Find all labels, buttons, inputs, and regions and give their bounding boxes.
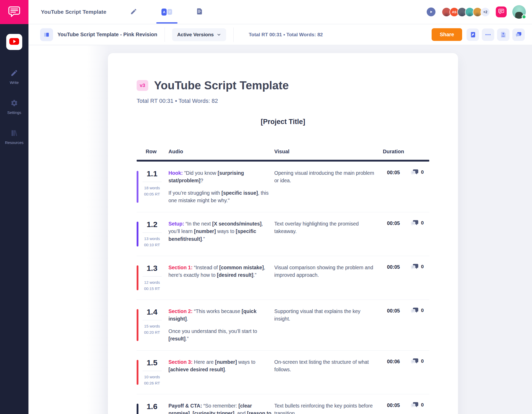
audio-cell[interactable]: Section 3: Here are [number] ways to [ac… — [168, 358, 271, 386]
row-number-cell: 1.4 15 words 00:20 RT — [137, 308, 166, 343]
audio-text: . — [187, 316, 188, 322]
play-button[interactable] — [427, 8, 435, 16]
comments-cell[interactable]: 0 — [411, 402, 429, 414]
audio-text: If you’re struggling with — [168, 190, 221, 196]
sidebar: Write Settings Resources — [0, 0, 28, 414]
totals-summary: Total RT 00:31 • Total Words: 82 — [249, 32, 323, 38]
tab-document[interactable] — [196, 0, 203, 24]
sidebar-item-label: Settings — [7, 110, 21, 115]
document-toolbar: YouTube Script Template - Pink Revision … — [28, 24, 532, 45]
comments-cell[interactable]: 0 — [411, 358, 429, 386]
row-word-count: 10 words — [138, 374, 166, 380]
divider — [165, 27, 165, 42]
sidebar-item-settings[interactable]: Settings — [7, 99, 21, 115]
row-number: 1.6 — [138, 402, 166, 411]
beat-label: Section 2: — [168, 308, 194, 314]
visual-cell[interactable]: Text overlay highlighting the promised t… — [274, 220, 376, 248]
duration-cell: 00:05 — [379, 402, 408, 414]
toolbar-actions: Share PDF — [432, 28, 525, 41]
app-logo[interactable] — [0, 0, 28, 24]
comments-cell[interactable]: 0 — [411, 220, 429, 248]
comment-bubbles-icon — [411, 307, 418, 314]
row-number: 1.1 — [138, 169, 166, 178]
script-row[interactable]: 1.5 10 words 00:26 RT Section 3: Here ar… — [137, 351, 429, 394]
comments-cell[interactable]: 0 — [411, 264, 429, 292]
audio-text: . — [225, 367, 226, 372]
audio-cell[interactable]: Hook: "Did you know [surprising stat/pro… — [168, 169, 271, 204]
visual-cell[interactable]: On-screen text listing the structure of … — [274, 358, 376, 386]
more-options-button[interactable] — [482, 28, 494, 41]
board-view-button[interactable] — [40, 28, 53, 41]
audio-text: ways to — [216, 228, 236, 234]
row-word-count: 13 words — [138, 236, 166, 242]
avatar-overflow-badge[interactable]: +2 — [481, 7, 490, 17]
script-title-row: v3 YouTube Script Template — [137, 79, 429, 92]
feedback-button[interactable] — [496, 6, 507, 17]
sidebar-item-write[interactable]: Write — [10, 69, 19, 85]
script-row[interactable]: 1.4 15 words 00:20 RT Section 2: “This w… — [137, 300, 429, 351]
comment-count: 0 — [421, 264, 424, 270]
visual-cell[interactable]: Opening visual introducing the main prob… — [274, 169, 376, 204]
row-runtime: 00:05 RT — [138, 191, 166, 197]
tab-edit[interactable] — [130, 0, 137, 24]
audio-paragraph: Payoff & CTA: “So remember: [clear promi… — [168, 402, 271, 414]
comments-panel-button[interactable] — [512, 28, 525, 41]
sidebar-item-label: Write — [10, 80, 19, 85]
avatar-stack: AS+2 — [442, 7, 490, 17]
tab-av-script[interactable]: AV — [161, 0, 172, 24]
notes-button[interactable] — [467, 28, 479, 41]
audio-cell[interactable]: Payoff & CTA: “So remember: [clear promi… — [168, 402, 271, 414]
audio-cell[interactable]: Section 2: “This works because [quick in… — [168, 308, 271, 343]
row-number-cell: 1.1 18 words 00:05 RT — [137, 169, 166, 204]
comment-bubbles-icon — [411, 169, 418, 176]
duration-cell: 00:05 — [379, 264, 408, 292]
audio-text: “Instead of — [194, 265, 219, 270]
visual-cell[interactable]: Visual comparison showing the problem an… — [274, 264, 376, 292]
column-header-audio: Audio — [168, 149, 271, 155]
audio-cell[interactable]: Setup: “In the next [X seconds/minutes],… — [168, 220, 271, 248]
audio-paragraph: Section 1: “Instead of [common mistake],… — [168, 264, 271, 279]
script-row[interactable]: 1.2 13 words 00:10 RT Setup: “In the nex… — [137, 212, 429, 256]
audio-placeholder-text: [curiosity trigger] — [193, 410, 234, 414]
comment-bubbles-icon — [411, 358, 418, 365]
audio-placeholder-text: [specific issue] — [221, 190, 258, 196]
pencil-icon — [130, 8, 137, 16]
row-accent-bar — [137, 360, 138, 385]
active-versions-dropdown[interactable]: Active Versions — [172, 28, 226, 41]
divider — [233, 27, 234, 42]
page-title: YouTube Script Template — [41, 9, 106, 15]
share-button[interactable]: Share — [432, 28, 462, 41]
column-header-row: Row — [137, 149, 166, 155]
sidebar-item-resources[interactable]: Resources — [5, 129, 24, 145]
comments-cell[interactable]: 0 — [411, 169, 429, 204]
script-totals: Total RT 00:31 • Total Words: 82 — [137, 98, 429, 104]
table-header-rule — [137, 160, 429, 162]
row-word-count: 15 words — [138, 323, 166, 329]
visual-cell[interactable]: Text bullets reinforcing the key points … — [274, 402, 376, 414]
audio-cell[interactable]: Section 1: “Instead of [common mistake],… — [168, 264, 271, 292]
profile-avatar[interactable] — [512, 5, 526, 19]
duration-cell: 00:05 — [379, 169, 408, 204]
play-icon — [429, 10, 433, 14]
script-row[interactable]: 1.6 14 words 00:31 RT Payoff & CTA: “So … — [137, 394, 429, 414]
audio-text: Once you understand this, you’ll start t… — [168, 328, 257, 334]
youtube-workspace-button[interactable] — [6, 34, 22, 50]
topbar-actions: AS+2 — [427, 5, 532, 19]
export-pdf-button[interactable]: PDF — [497, 28, 509, 41]
project-title[interactable]: [Project Title] — [137, 118, 429, 126]
audio-placeholder-text: [achieve desired result] — [168, 367, 225, 372]
audio-placeholder-text: [X seconds/minutes] — [212, 221, 262, 227]
script-table-body: 1.1 18 words 00:05 RT Hook: "Did you kno… — [137, 162, 429, 414]
row-runtime: 00:15 RT — [138, 286, 166, 292]
version-badge[interactable]: v3 — [137, 80, 148, 91]
row-accent-bar — [137, 222, 138, 246]
duration-cell: 00:06 — [379, 358, 408, 386]
visual-cell[interactable]: Supporting visual that explains the key … — [274, 308, 376, 343]
audio-text: "Did you know — [184, 170, 218, 176]
comments-cell[interactable]: 0 — [411, 308, 429, 343]
script-row[interactable]: 1.1 18 words 00:05 RT Hook: "Did you kno… — [137, 162, 429, 212]
audio-text: , and — [234, 410, 247, 414]
audio-placeholder-text: [result] — [168, 336, 186, 342]
chat-script-logo-icon — [498, 8, 504, 16]
script-row[interactable]: 1.3 12 words 00:15 RT Section 1: “Instea… — [137, 256, 429, 300]
